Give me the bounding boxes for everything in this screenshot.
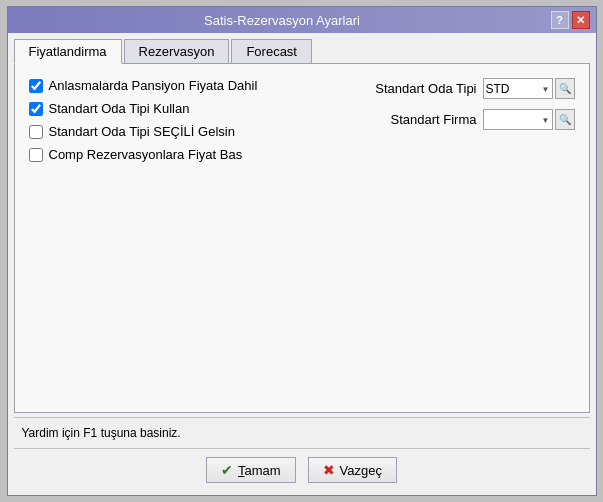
cancel-label: Vazgeç — [340, 463, 382, 478]
browse-button-oda-tipi[interactable]: 🔍 — [555, 78, 575, 99]
checkbox-label-2: Standart Oda Tipi Kullan — [49, 101, 190, 116]
tab-forecast[interactable]: Forecast — [231, 39, 312, 64]
tab-rezervasyon[interactable]: Rezervasyon — [124, 39, 230, 64]
checkbox-row-3: Standart Oda Tipi SEÇİLİ Gelsin — [29, 124, 355, 139]
close-button[interactable]: ✕ — [572, 11, 590, 29]
select-standart-oda-tipi[interactable]: STD — [483, 78, 553, 99]
field-label-standart-oda-tipi: Standart Oda Tipi — [375, 81, 476, 96]
main-window: Satis-Rezervasyon Ayarlari ? ✕ Fiyatland… — [7, 6, 597, 496]
checkbox-standart-secili[interactable] — [29, 125, 43, 139]
browse-icon-firma: 🔍 — [559, 114, 571, 125]
ok-label: Tamam — [238, 463, 281, 478]
tab-fiyatlandirma[interactable]: Fiyatlandirma — [14, 39, 122, 64]
checkbox-label-4: Comp Rezervasyonlara Fiyat Bas — [49, 147, 243, 162]
field-row-standart-firma: Standart Firma 🔍 — [355, 109, 575, 130]
left-column: Anlasmalarda Pansiyon Fiyata Dahil Stand… — [29, 78, 355, 162]
help-button[interactable]: ? — [551, 11, 569, 29]
status-bar: Yardim için F1 tuşuna basiniz. — [14, 417, 590, 449]
field-row-standart-oda-tipi: Standart Oda Tipi STD 🔍 — [355, 78, 575, 99]
select-wrapper-firma — [483, 109, 553, 130]
window-title: Satis-Rezervasyon Ayarlari — [14, 13, 551, 28]
main-area: Anlasmalarda Pansiyon Fiyata Dahil Stand… — [29, 78, 575, 162]
tabs-bar: Fiyatlandirma Rezervasyon Forecast — [14, 39, 590, 64]
checkbox-row-1: Anlasmalarda Pansiyon Fiyata Dahil — [29, 78, 355, 93]
tab-content: Anlasmalarda Pansiyon Fiyata Dahil Stand… — [14, 63, 590, 413]
field-input-group-2: 🔍 — [483, 109, 575, 130]
window-body: Fiyatlandirma Rezervasyon Forecast Anlas… — [8, 33, 596, 495]
checkbox-comp-rezervasyon[interactable] — [29, 148, 43, 162]
checkbox-row-2: Standart Oda Tipi Kullan — [29, 101, 355, 116]
field-input-group-1: STD 🔍 — [483, 78, 575, 99]
cancel-icon: ✖ — [323, 462, 335, 478]
footer: ✔ Tamam ✖ Vazgeç — [14, 449, 590, 489]
checkbox-anlasmalarda[interactable] — [29, 79, 43, 93]
checkbox-label-3: Standart Oda Tipi SEÇİLİ Gelsin — [49, 124, 235, 139]
checkbox-label-1: Anlasmalarda Pansiyon Fiyata Dahil — [49, 78, 258, 93]
right-column: Standart Oda Tipi STD 🔍 — [355, 78, 575, 162]
checkbox-row-4: Comp Rezervasyonlara Fiyat Bas — [29, 147, 355, 162]
ok-icon: ✔ — [221, 462, 233, 478]
checkbox-standart-oda-tipi-kullan[interactable] — [29, 102, 43, 116]
title-bar-controls: ? ✕ — [551, 11, 590, 29]
browse-button-firma[interactable]: 🔍 — [555, 109, 575, 130]
select-wrapper-oda-tipi: STD — [483, 78, 553, 99]
ok-button[interactable]: ✔ Tamam — [206, 457, 296, 483]
title-bar: Satis-Rezervasyon Ayarlari ? ✕ — [8, 7, 596, 33]
status-text: Yardim için F1 tuşuna basiniz. — [22, 426, 181, 440]
browse-icon-oda-tipi: 🔍 — [559, 83, 571, 94]
select-standart-firma[interactable] — [483, 109, 553, 130]
cancel-button[interactable]: ✖ Vazgeç — [308, 457, 397, 483]
field-label-standart-firma: Standart Firma — [391, 112, 477, 127]
